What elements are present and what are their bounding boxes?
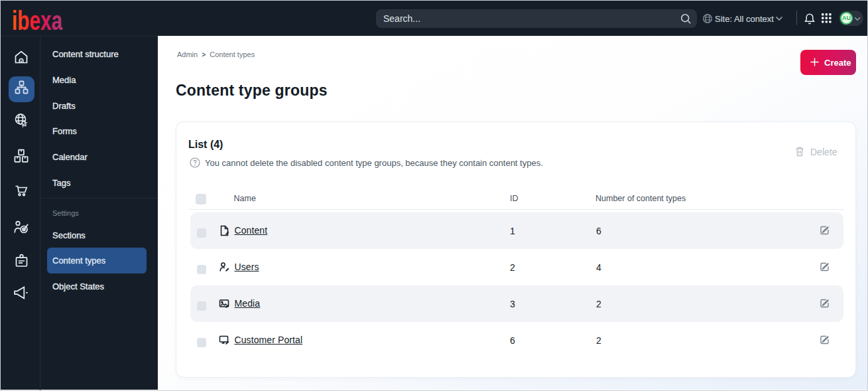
svg-text:ibexa: ibexa — [12, 7, 63, 34]
